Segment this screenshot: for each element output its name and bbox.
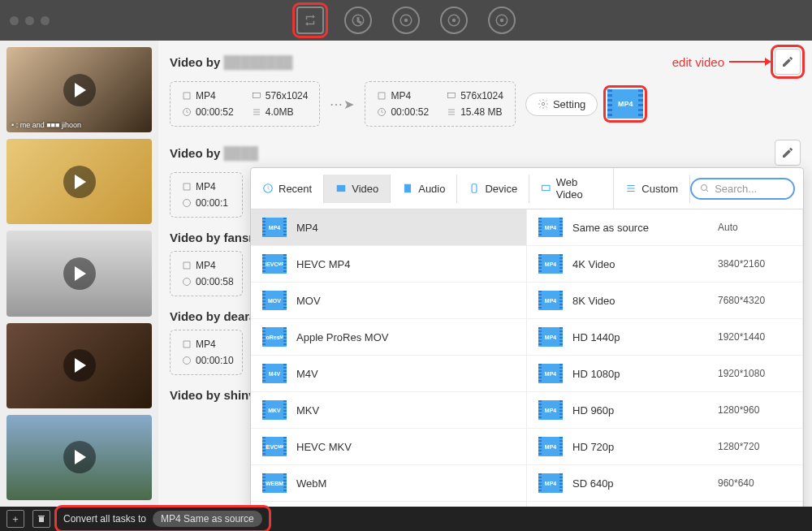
- format-icon: WEBM: [262, 473, 287, 493]
- source-info: MP4 576x1024 00:00:52 4.0MB: [170, 81, 320, 127]
- svg-rect-19: [542, 185, 550, 190]
- download-tab-icon[interactable]: [344, 6, 372, 34]
- format-label: MKV: [296, 404, 515, 417]
- preset-resolution: 1280*720: [718, 441, 791, 452]
- thumbnail-sidebar: • : me and ■■■ jihoon: [0, 41, 158, 507]
- preset-item[interactable]: MP4SD 640p960*640: [527, 465, 802, 502]
- video-thumb-3[interactable]: [6, 231, 152, 316]
- format-item[interactable]: MOVMOV: [251, 283, 526, 319]
- svg-point-14: [184, 357, 191, 365]
- format-icon: MP4: [538, 437, 563, 456]
- format-item[interactable]: WEBMWebM: [251, 465, 526, 502]
- preset-label: 8K Video: [572, 295, 708, 307]
- titlebar: +: [0, 0, 812, 41]
- format-label: HEVC MP4: [296, 258, 515, 270]
- tab-webvideo[interactable]: Web Video: [529, 168, 614, 209]
- format-list-right[interactable]: MP4Same as sourceAutoMP44K Video3840*216…: [527, 209, 803, 530]
- preset-label: HD 1440p: [572, 331, 708, 343]
- format-label: HEVC MKV: [296, 441, 515, 453]
- format-item[interactable]: MP4MP4: [251, 209, 526, 246]
- preset-item[interactable]: MP44K Video3840*2160: [527, 246, 802, 283]
- convert-tab-icon[interactable]: [296, 6, 324, 34]
- play-icon: [63, 441, 96, 473]
- video-thumb-1[interactable]: • : me and ■■■ jihoon: [6, 47, 152, 132]
- svg-point-1: [404, 19, 408, 23]
- format-icon: HEVCMP4: [262, 254, 287, 274]
- format-label: MOV: [296, 295, 515, 307]
- format-icon: M4V: [262, 364, 287, 383]
- minimize-dot[interactable]: [25, 16, 34, 25]
- tab-audio[interactable]: Audio: [391, 175, 457, 203]
- preset-item[interactable]: MP4HD 1440p1920*1440: [527, 319, 802, 356]
- svg-rect-16: [337, 185, 346, 192]
- tab-device[interactable]: Device: [457, 175, 529, 203]
- format-list-left[interactable]: MP4MP4HEVCMP4HEVC MP4MOVMOVProResMOVAppl…: [251, 209, 527, 530]
- format-icon: MOV: [262, 291, 287, 310]
- format-label: WebM: [296, 477, 515, 490]
- preset-resolution: 1920*1080: [718, 368, 791, 379]
- preset-label: HD 960p: [572, 404, 708, 417]
- svg-rect-18: [473, 184, 477, 193]
- play-icon: [63, 349, 96, 382]
- format-item[interactable]: ProResMOVApple ProRes MOV: [251, 319, 526, 356]
- disc3-icon[interactable]: [488, 6, 516, 34]
- convert-all-selector[interactable]: Convert all tasks to MP4 Same as source: [58, 509, 267, 529]
- edit-button[interactable]: [775, 49, 801, 75]
- svg-point-11: [542, 102, 545, 106]
- play-icon: [63, 257, 96, 290]
- arrow-icon: ⋯➤: [330, 97, 355, 112]
- preset-resolution: 3840*2160: [718, 258, 791, 270]
- format-icon: MP4: [538, 473, 563, 493]
- format-popup: Recent Video Audio Device Web Video Cust…: [250, 167, 804, 531]
- preset-item[interactable]: MP4HD 720p1280*720: [527, 429, 802, 465]
- video-thumb-5[interactable]: [6, 415, 152, 500]
- zoom-dot[interactable]: [41, 16, 50, 25]
- format-icon: MP4: [538, 254, 563, 274]
- format-icon: MP4: [262, 218, 287, 237]
- format-label: M4V: [296, 368, 515, 380]
- svg-point-6: [500, 19, 504, 23]
- preset-resolution: 7680*4320: [718, 295, 791, 306]
- format-item[interactable]: M4VM4V: [251, 356, 526, 392]
- edit-button[interactable]: [775, 140, 801, 166]
- add-button[interactable]: ＋: [6, 510, 24, 528]
- format-item[interactable]: HEVCMP4HEVC MP4: [251, 246, 526, 283]
- trash-button[interactable]: [32, 510, 50, 528]
- popup-tabs: Recent Video Audio Device Web Video Cust…: [251, 168, 803, 209]
- format-icon: MP4: [538, 364, 563, 383]
- svg-point-12: [184, 200, 191, 207]
- current-format-pill: MP4 Same as source: [153, 511, 262, 527]
- preset-item[interactable]: MP4Same as sourceAuto: [527, 209, 802, 246]
- preset-label: SD 640p: [572, 477, 708, 490]
- preset-label: HD 1080p: [572, 368, 708, 380]
- edit-video-annotation: edit video: [672, 55, 768, 69]
- video-thumb-2[interactable]: [6, 139, 152, 224]
- preset-resolution: Auto: [718, 222, 791, 233]
- video-thumb-4[interactable]: [6, 323, 152, 408]
- format-item[interactable]: HEVCMKVHEVC MKV: [251, 429, 526, 465]
- close-dot[interactable]: [10, 16, 19, 25]
- format-selector[interactable]: MP4: [607, 89, 643, 119]
- format-item[interactable]: MKVMKV: [251, 392, 526, 429]
- task-title: Video by ████: [170, 146, 258, 160]
- disc2-icon[interactable]: +: [440, 6, 468, 34]
- format-label: MP4: [296, 222, 515, 234]
- search-input[interactable]: Search...: [690, 178, 795, 200]
- preset-label: 4K Video: [572, 258, 708, 270]
- disc1-icon[interactable]: [392, 6, 420, 34]
- tab-video[interactable]: Video: [324, 175, 391, 203]
- preset-item[interactable]: MP48K Video7680*4320: [527, 283, 802, 319]
- tab-custom[interactable]: Custom: [614, 175, 690, 203]
- tab-recent[interactable]: Recent: [251, 175, 324, 203]
- play-icon: [63, 166, 96, 198]
- preset-item[interactable]: MP4HD 1080p1920*1080: [527, 356, 802, 392]
- format-icon: MP4: [538, 400, 563, 420]
- play-icon: [63, 74, 96, 106]
- preset-item[interactable]: MP4HD 960p1280*960: [527, 392, 802, 429]
- window-controls: [10, 16, 50, 25]
- format-icon: MP4: [538, 218, 563, 237]
- format-icon: HEVCMKV: [262, 437, 287, 456]
- setting-button[interactable]: Setting: [525, 93, 598, 116]
- svg-point-13: [184, 278, 191, 286]
- format-label: Apple ProRes MOV: [296, 331, 515, 343]
